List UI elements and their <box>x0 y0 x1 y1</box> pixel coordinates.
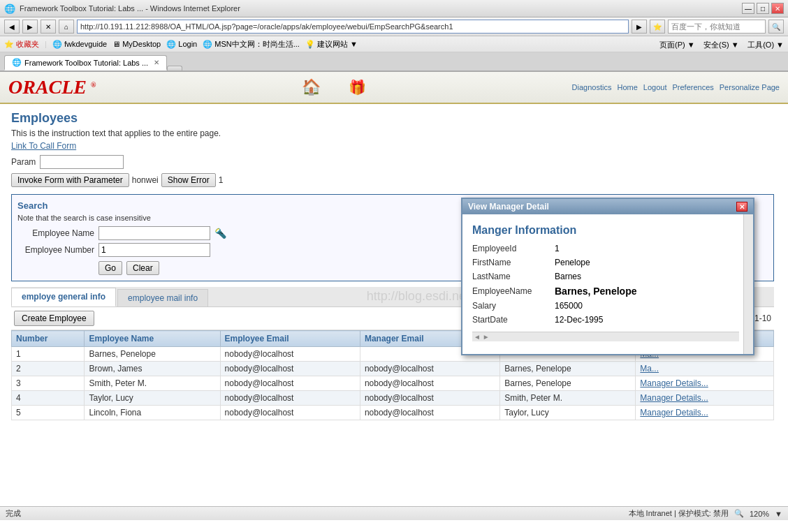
param-display-text: honwei <box>132 175 159 185</box>
manager-link-cell[interactable]: Ma... <box>636 362 774 376</box>
page-title: Employees <box>11 111 774 126</box>
tab-label: Framework Toolbox Tutorial: Labs ... <box>24 59 148 67</box>
header-nav-links: Diagnostics Home Logout Preferences Pers… <box>572 83 780 91</box>
modal-label: LastName <box>472 272 549 281</box>
bookmark-login[interactable]: 🌐 Login <box>166 40 197 49</box>
home-link[interactable]: Home <box>617 83 637 91</box>
cell-manager-email: nobody@localhost <box>360 406 499 420</box>
modal-label: StartDate <box>472 315 549 325</box>
status-text: 完成 <box>6 508 21 519</box>
search-flashlight-icon[interactable]: 🔦 <box>214 228 226 239</box>
maximize-button[interactable]: □ <box>757 3 769 14</box>
favorites-label[interactable]: ⭐ 收藏夹 <box>4 39 39 50</box>
modal-body: Manger Information EmployeeId 1 FirstNam… <box>462 214 753 354</box>
cell-manager: Barnes, Penelope <box>500 376 636 391</box>
modal-value: Barnes, Penelope <box>555 286 637 297</box>
page-menu[interactable]: 页面(P) ▼ <box>659 40 695 49</box>
show-error-button[interactable]: Show Error <box>161 173 216 187</box>
cell-number: 1 <box>12 347 85 362</box>
modal-section-title: Manger Information <box>472 224 739 237</box>
cell-manager: Taylor, Lucy <box>500 406 636 420</box>
back-button[interactable]: ◀ <box>4 20 20 34</box>
modal-window[interactable]: View Manager Detail ✕ Manger Information… <box>461 198 754 355</box>
param-label: Param <box>11 157 36 167</box>
modal-field-row: LastName Barnes <box>472 272 739 281</box>
safety-menu[interactable]: 安全(S) ▼ <box>703 40 739 49</box>
modal-title: View Manager Detail <box>468 202 549 212</box>
minimize-button[interactable]: — <box>742 3 754 14</box>
table-row: 4 Taylor, Lucy nobody@localhost nobody@l… <box>12 391 774 406</box>
page-instruction: This is the instruction text that applie… <box>11 128 774 138</box>
go-button[interactable]: Go <box>98 261 122 275</box>
pagination-range: 1-10 <box>754 313 771 323</box>
cell-email: nobody@localhost <box>220 406 360 420</box>
error-number: 1 <box>219 175 224 185</box>
modal-hscrollbar[interactable]: ◄ ► <box>472 332 739 341</box>
modal-label: EmployeeId <box>472 244 549 253</box>
modal-value: Barnes <box>555 272 581 281</box>
browser-search-input[interactable] <box>668 20 766 34</box>
tab-general-info[interactable]: employe general info <box>11 288 116 306</box>
employee-number-input[interactable] <box>98 243 210 257</box>
zoom-dropdown-icon[interactable]: ▼ <box>775 510 782 518</box>
favorites-button[interactable]: ⭐ <box>650 20 665 34</box>
modal-field-row: StartDate 12-Dec-1995 <box>472 315 739 325</box>
invoke-form-button[interactable]: Invoke Form with Parameter <box>11 173 129 187</box>
address-bar[interactable] <box>77 20 629 34</box>
employee-name-label: Employee Name <box>17 228 94 238</box>
cell-name: Smith, Peter M. <box>85 376 220 391</box>
tools-area: 页面(P) ▼ 安全(S) ▼ 工具(O) ▼ <box>659 38 784 50</box>
bookmark-fwkdevguide[interactable]: 🌐 fwkdevguide <box>52 40 107 49</box>
cell-email: nobody@localhost <box>220 376 360 391</box>
cell-name: Lincoln, Fiona <box>85 406 220 420</box>
personalize-link[interactable]: Personalize Page <box>720 83 780 91</box>
bookmark-msn[interactable]: 🌐 MSN中文网：时尚生活... <box>203 39 300 50</box>
modal-close-button[interactable]: ✕ <box>736 202 747 212</box>
zoom-icon: 🔍 <box>734 509 744 518</box>
tab-mail-info[interactable]: employee mail info <box>117 289 208 306</box>
diagnostics-link[interactable]: Diagnostics <box>572 83 612 91</box>
header-gift-icon[interactable]: 🎁 <box>349 79 366 96</box>
table-row: 2 Brown, James nobody@localhost nobody@l… <box>12 362 774 376</box>
bookmark-suggest[interactable]: 💡 建议网站 ▼ <box>305 39 358 50</box>
header-center: 🏠 🎁 <box>96 78 572 96</box>
forward-button[interactable]: ▶ <box>22 20 38 34</box>
tab-new[interactable] <box>167 66 182 71</box>
create-employee-button[interactable]: Create Employee <box>14 311 94 326</box>
bookmarks-bar: ⭐ 收藏夹 | 🌐 fwkdevguide 🖥 MyDesktop 🌐 Logi… <box>0 36 788 52</box>
browser-nav: ◀ ▶ ✕ ⌂ ▶ ⭐ 🔍 <box>0 17 788 36</box>
status-bar: 完成 本地 Intranet | 保护模式: 禁用 🔍 120% ▼ <box>0 506 788 520</box>
cell-name: Taylor, Lucy <box>85 391 220 406</box>
manager-details-cell[interactable]: Manager Details... <box>636 406 774 420</box>
logout-link[interactable]: Logout <box>643 83 667 91</box>
employee-name-input[interactable] <box>98 226 210 240</box>
browser-icon: 🌐 <box>4 3 15 14</box>
modal-titlebar: View Manager Detail ✕ <box>462 199 753 214</box>
clear-button[interactable]: Clear <box>126 261 159 275</box>
param-row: Param <box>11 155 774 169</box>
browser-title: Framework Toolbox Tutorial: Labs ... - W… <box>20 4 742 13</box>
cell-number: 3 <box>12 376 85 391</box>
tab-main[interactable]: 🌐 Framework Toolbox Tutorial: Labs ... ✕ <box>4 55 167 71</box>
cell-manager: Smith, Peter M. <box>500 391 636 406</box>
home-button[interactable]: ⌂ <box>59 20 74 34</box>
search-nav-button[interactable]: 🔍 <box>768 20 784 34</box>
oracle-header: ORACLE ® 🏠 🎁 Diagnostics Home Logout Pre… <box>0 72 788 104</box>
param-input[interactable] <box>40 155 124 169</box>
tabs-bar: 🌐 Framework Toolbox Tutorial: Labs ... ✕ <box>0 52 788 72</box>
go-nav-button[interactable]: ▶ <box>632 20 647 34</box>
modal-value: 1 <box>555 244 560 253</box>
tools-menu[interactable]: 工具(O) ▼ <box>747 40 784 49</box>
refresh-button[interactable]: ✕ <box>41 20 56 34</box>
preferences-link[interactable]: Preferences <box>672 83 713 91</box>
bookmark-mydesktop[interactable]: 🖥 MyDesktop <box>112 40 161 48</box>
tab-close-button[interactable]: ✕ <box>154 59 159 66</box>
link-call-form[interactable]: Link To Call Form <box>11 141 774 151</box>
modal-scrollbar[interactable] <box>743 214 753 354</box>
manager-details-cell[interactable]: Manager Details... <box>636 391 774 406</box>
table-row: 5 Lincoln, Fiona nobody@localhost nobody… <box>12 406 774 420</box>
tab-icon: 🌐 <box>12 58 22 67</box>
header-home-icon[interactable]: 🏠 <box>302 78 321 96</box>
manager-details-cell[interactable]: Manager Details... <box>636 376 774 391</box>
close-button[interactable]: ✕ <box>771 3 784 14</box>
